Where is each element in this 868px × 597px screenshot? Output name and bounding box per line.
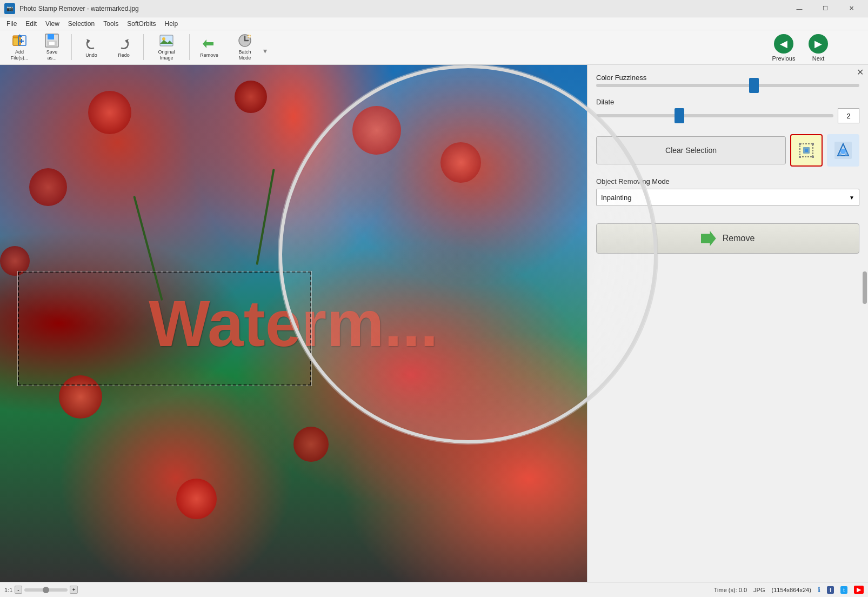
color-select-tool-icon	[832, 140, 854, 161]
dilate-value-box: 2	[838, 108, 859, 123]
menu-softorbits[interactable]: SoftOrbits	[123, 18, 160, 29]
redo-icon	[116, 36, 131, 51]
selection-tool-button[interactable]	[790, 134, 823, 167]
redo-label: Redo	[118, 52, 130, 58]
menubar: File Edit View Selection Tools SoftOrbit…	[0, 17, 868, 30]
remove-toolbar-icon	[202, 36, 217, 51]
action-buttons-row: Clear Selection	[596, 134, 859, 167]
color-fuzziness-track[interactable]	[596, 84, 859, 87]
svg-rect-24	[799, 156, 801, 158]
maximize-button[interactable]: ☐	[813, 0, 838, 17]
youtube-icon[interactable]: ▶	[854, 586, 864, 594]
svg-rect-22	[799, 143, 801, 145]
toolbar-sep-1	[71, 34, 72, 60]
zoom-out-button[interactable]: -	[15, 586, 22, 594]
svg-marker-13	[203, 39, 213, 48]
color-fuzziness-slider-container	[596, 84, 859, 87]
batch-mode-button[interactable]: BatchMode	[226, 32, 263, 62]
scrollbar-thumb[interactable]	[863, 271, 867, 304]
batch-mode-icon	[237, 33, 252, 48]
dilate-thumb[interactable]	[675, 108, 684, 123]
original-image-label: OriginalImage	[158, 49, 175, 61]
dropdown-arrow-icon: ▼	[849, 195, 854, 201]
next-button[interactable]: ▶ Next	[801, 30, 836, 65]
zoom-section: 1:1 - +	[4, 586, 78, 594]
previous-icon: ◀	[774, 34, 793, 54]
clear-selection-label: Clear Selection	[665, 146, 717, 155]
time-label: Time (s): 0.0	[714, 587, 747, 593]
clear-selection-button[interactable]: Clear Selection	[596, 136, 786, 164]
original-image-button[interactable]: OriginalImage	[148, 32, 185, 62]
next-icon: ▶	[809, 34, 828, 54]
close-button[interactable]: ✕	[839, 0, 864, 17]
panel-close-button[interactable]: ✕	[857, 67, 864, 77]
batch-mode-label: BatchMode	[238, 49, 251, 61]
zoom-slider-thumb[interactable]	[43, 587, 49, 593]
selection-rect	[18, 271, 311, 385]
svg-rect-8	[49, 42, 55, 45]
object-removing-mode-label: Object Removing Mode	[596, 177, 859, 185]
original-image-icon	[159, 33, 174, 48]
toolbar: AddFile(s)... Saveas... Undo	[0, 30, 868, 65]
next-label: Next	[812, 55, 825, 62]
toolbar-sep-2	[143, 34, 144, 60]
toolbar-sep-3	[189, 34, 190, 60]
dilate-section: Dilate 2	[596, 98, 859, 128]
main-area: Waterm... ✕ Color Fuzziness Dilate	[0, 65, 868, 582]
menu-selection[interactable]: Selection	[64, 18, 99, 29]
statusbar: 1:1 - + Time (s): 0.0 JPG (1154x864x24) …	[0, 582, 868, 597]
mode-dropdown[interactable]: Inpainting ▼	[596, 189, 859, 206]
image-area[interactable]: Waterm...	[0, 65, 587, 582]
svg-rect-21	[805, 149, 808, 152]
dimensions-label: (1154x864x24)	[771, 587, 811, 593]
menu-view[interactable]: View	[41, 18, 64, 29]
facebook-icon[interactable]: f	[827, 586, 834, 594]
svg-rect-23	[812, 143, 814, 145]
svg-rect-11	[160, 35, 173, 46]
add-files-icon	[12, 33, 27, 48]
add-files-button[interactable]: AddFile(s)...	[4, 32, 35, 62]
svg-point-27	[840, 149, 846, 154]
remove-label: Remove	[723, 234, 755, 243]
color-select-tool-button[interactable]	[827, 134, 859, 167]
window-title: Photo Stamp Remover - watermarked.jpg	[19, 5, 787, 12]
menu-file[interactable]: File	[2, 18, 21, 29]
menu-help[interactable]: Help	[161, 18, 183, 29]
color-fuzziness-label: Color Fuzziness	[596, 74, 859, 82]
save-as-label: Saveas...	[46, 49, 58, 61]
status-right: Time (s): 0.0 JPG (1154x864x24) ℹ f t ▶	[714, 586, 864, 594]
window-controls: — ☐ ✕	[787, 0, 864, 17]
svg-rect-6	[48, 34, 54, 39]
undo-label: Undo	[85, 52, 97, 58]
zoom-slider[interactable]	[24, 588, 68, 592]
previous-button[interactable]: ◀ Previous	[766, 30, 801, 65]
redo-button[interactable]: Redo	[109, 32, 139, 62]
menu-tools[interactable]: Tools	[99, 18, 123, 29]
remove-button[interactable]: Remove	[596, 223, 859, 254]
svg-point-28	[838, 153, 842, 156]
app-icon: 📷	[4, 3, 15, 14]
zoom-ratio: 1:1	[4, 587, 12, 593]
dilate-value: 2	[846, 112, 850, 120]
nav-buttons: ◀ Previous ▶ Next	[766, 30, 836, 65]
minimize-button[interactable]: —	[787, 0, 812, 17]
selection-tool-icon	[796, 140, 817, 161]
mode-selected-value: Inpainting	[601, 194, 631, 202]
undo-button[interactable]: Undo	[76, 32, 106, 62]
add-files-label: AddFile(s)...	[11, 49, 29, 61]
dilate-track[interactable]	[596, 114, 833, 117]
menu-edit[interactable]: Edit	[21, 18, 41, 29]
titlebar: 📷 Photo Stamp Remover - watermarked.jpg …	[0, 0, 868, 17]
dilate-slider-container: 2	[596, 108, 859, 123]
twitter-icon[interactable]: t	[840, 586, 847, 594]
color-fuzziness-thumb[interactable]	[749, 78, 759, 93]
svg-point-29	[845, 153, 848, 156]
color-fuzziness-section: Color Fuzziness	[596, 74, 859, 91]
save-as-button[interactable]: Saveas...	[37, 32, 67, 62]
remove-toolbar-button[interactable]: Remove	[194, 32, 224, 62]
photo-background: Waterm...	[0, 65, 587, 582]
undo-icon	[84, 36, 99, 51]
previous-label: Previous	[772, 55, 796, 62]
zoom-in-button[interactable]: +	[70, 586, 78, 594]
remove-toolbar-label: Remove	[200, 52, 218, 58]
